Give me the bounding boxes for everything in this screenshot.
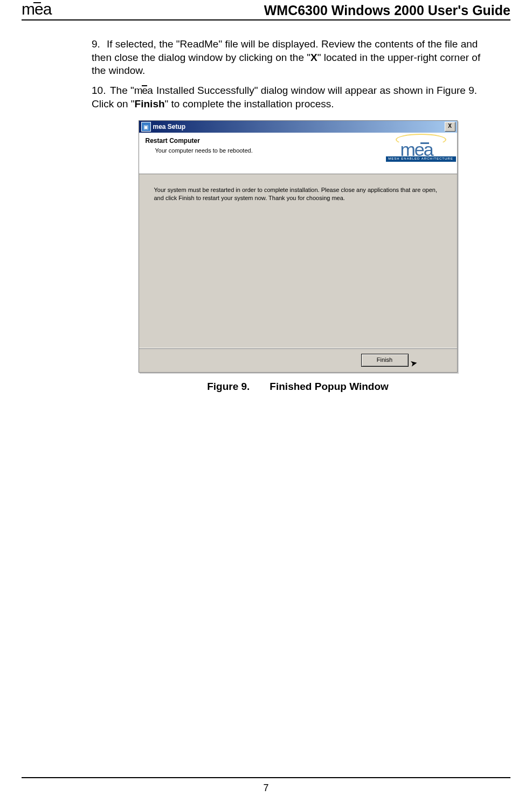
logo-bar-icon — [420, 142, 429, 144]
page-number: 7 — [263, 782, 268, 793]
banner-text-block: Restart Computer Your computer needs to … — [146, 137, 253, 174]
close-button[interactable]: X — [445, 122, 455, 132]
step-9: 9.If selected, the "ReadMe" file will be… — [92, 38, 489, 78]
figure-number: Figure 9. — [207, 381, 250, 392]
dialog-footer: Finish ➤ — [139, 348, 457, 372]
page-footer: 7 — [22, 777, 510, 794]
logo-bar-icon — [33, 2, 41, 3]
dialog-body-text: Your system must be restarted in order t… — [139, 174, 457, 348]
logo-bar-icon — [142, 85, 147, 86]
inline-mea-logo: mea — [134, 84, 154, 98]
banner-logo-tag: MESH ENABLED ARCHITECTURE — [386, 156, 456, 162]
figure-9: ▣ mea Setup X Restart Computer Your comp… — [107, 120, 489, 394]
banner-subtitle: Your computer needs to be rebooted. — [155, 147, 253, 154]
step-10: 10.The "mea Installed Successfully" dial… — [92, 84, 489, 111]
step-text: If selected, the "ReadMe" file will be d… — [92, 38, 480, 76]
body-content: 9.If selected, the "ReadMe" file will be… — [22, 38, 510, 394]
cursor-icon: ➤ — [409, 358, 418, 370]
step-text: The "mea Installed Successfully" dialog … — [92, 85, 477, 109]
x-bold: X — [310, 52, 317, 63]
setup-dialog: ▣ mea Setup X Restart Computer Your comp… — [139, 120, 458, 373]
dialog-titlebar: ▣ mea Setup X — [139, 121, 457, 133]
banner-title: Restart Computer — [146, 137, 253, 146]
banner-logo-text: mea — [386, 142, 456, 156]
figure-caption: Figure 9. Finished Popup Window — [207, 380, 389, 394]
document-title: WMC6300 Windows 2000 User's Guide — [264, 3, 510, 18]
page-header: mea WMC6300 Windows 2000 User's Guide — [22, 0, 510, 20]
finish-bold: Finish — [135, 98, 165, 109]
dialog-banner: Restart Computer Your computer needs to … — [139, 133, 457, 174]
step-number: 9. — [92, 38, 107, 51]
installer-icon: ▣ — [141, 122, 151, 132]
finish-button[interactable]: Finish — [361, 354, 409, 367]
step-number: 10. — [92, 84, 110, 98]
dialog-title: mea Setup — [153, 123, 445, 132]
mea-logo: mea — [22, 0, 51, 18]
figure-title: Finished Popup Window — [270, 381, 388, 392]
banner-mea-logo: mea MESH ENABLED ARCHITECTURE — [386, 137, 456, 174]
